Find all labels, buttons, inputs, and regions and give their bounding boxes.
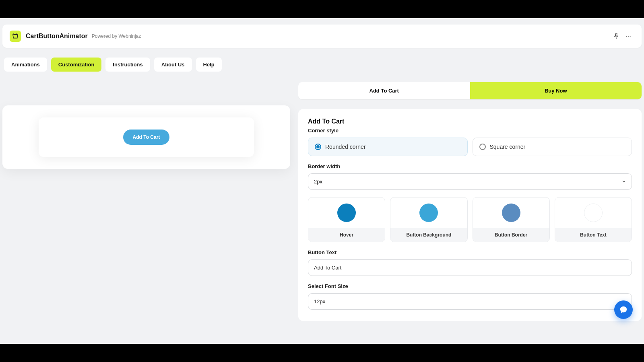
chat-button[interactable] [614, 300, 633, 319]
preview-card: Add To Cart [2, 105, 290, 169]
button-text-input[interactable] [308, 259, 632, 276]
app-logo-icon [10, 31, 21, 42]
font-size-select[interactable]: 12px [308, 293, 632, 310]
more-icon[interactable] [622, 30, 634, 42]
color-button-text[interactable]: Button Text [555, 197, 632, 242]
tab-customization[interactable]: Customization [51, 58, 102, 72]
pin-icon[interactable] [610, 30, 622, 42]
svg-point-0 [626, 36, 627, 37]
color-hover-label: Hover [308, 228, 385, 242]
sub-tab-add-to-cart[interactable]: Add To Cart [298, 82, 470, 99]
button-type-tabs: Add To Cart Buy Now [298, 82, 642, 99]
font-size-label: Select Font Size [308, 283, 632, 289]
radio-square-corner[interactable]: Square corner [473, 138, 632, 156]
sub-tab-buy-now[interactable]: Buy Now [470, 82, 642, 99]
color-text-label: Button Text [555, 228, 632, 242]
preview-inner: Add To Cart [39, 117, 254, 157]
radio-rounded-corner[interactable]: Rounded corner [308, 138, 468, 156]
panel-title: Add To Cart [308, 118, 632, 125]
settings-panel: Add To Cart Corner style Rounded corner … [298, 109, 642, 321]
radio-square-label: Square corner [490, 144, 526, 150]
color-hover[interactable]: Hover [308, 197, 385, 242]
radio-rounded-label: Rounded corner [325, 144, 365, 150]
border-width-label: Border width [308, 163, 632, 169]
app-header: CartButtonAnimator Powered by Webninjaz [2, 25, 642, 48]
svg-point-1 [628, 36, 629, 37]
tab-help[interactable]: Help [196, 58, 222, 72]
border-width-select[interactable]: 2px [308, 173, 632, 190]
tab-about-us[interactable]: About Us [154, 58, 192, 72]
preview-add-to-cart-button[interactable]: Add To Cart [123, 130, 170, 145]
color-button-background[interactable]: Button Background [390, 197, 467, 242]
radio-unselected-icon [479, 144, 486, 150]
color-bg-label: Button Background [390, 228, 467, 242]
svg-point-2 [630, 36, 631, 37]
color-border-label: Button Border [473, 228, 549, 242]
app-title: CartButtonAnimator [26, 33, 88, 40]
tab-instructions[interactable]: Instructions [105, 58, 150, 72]
color-button-border[interactable]: Button Border [473, 197, 550, 242]
radio-selected-icon [315, 144, 321, 150]
app-subtitle: Powered by Webninjaz [92, 33, 141, 39]
button-text-label: Button Text [308, 249, 632, 255]
corner-style-label: Corner style [308, 128, 632, 134]
tab-animations[interactable]: Animations [4, 58, 47, 72]
main-tabs: Animations Customization Instructions Ab… [2, 58, 642, 72]
